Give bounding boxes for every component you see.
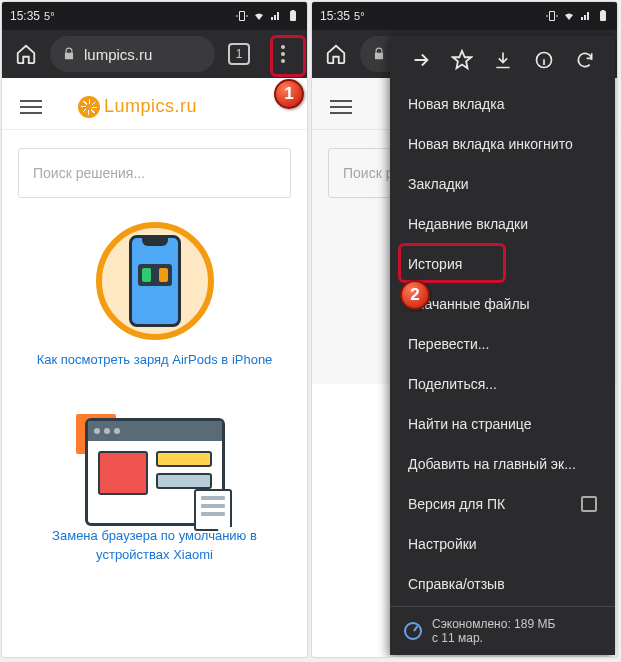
signal-icon — [580, 10, 592, 22]
home-icon — [325, 43, 347, 65]
menu-forward-button[interactable] — [405, 44, 437, 76]
signal-icon — [270, 10, 282, 22]
menu-bookmark-button[interactable] — [446, 44, 478, 76]
lock-icon — [372, 47, 386, 61]
data-saver-saved: Сэкономлено: 189 МБ — [432, 617, 555, 631]
phone-right: 15:35 5° lumpics Поиск решен — [312, 2, 617, 657]
article-card-1[interactable]: Как посмотреть заряд AirPods в iPhone — [2, 216, 307, 390]
orange-icon — [78, 96, 100, 118]
url-bar[interactable]: lumpics.ru — [50, 36, 215, 72]
site-logo[interactable]: Lumpics.ru — [78, 96, 197, 118]
lock-icon — [62, 47, 76, 61]
menu-item-incognito[interactable]: Новая вкладка инкогнито — [390, 124, 615, 164]
check-icon: ✓ — [218, 527, 236, 531]
article-2-title: Замена браузера по умолчанию в устройств… — [32, 526, 277, 565]
url-text: lumpics.ru — [84, 46, 152, 63]
site-logo-text: Lumpics.ru — [104, 96, 197, 117]
menu-item-help[interactable]: Справка/отзыв — [390, 564, 615, 604]
menu-item-add-home[interactable]: Добавить на главный эк... — [390, 444, 615, 484]
tabs-button[interactable]: 1 — [219, 34, 259, 74]
status-indicators — [236, 10, 299, 22]
article-2-illustration: MI ✓ — [80, 418, 230, 526]
home-button[interactable] — [316, 34, 356, 74]
menu-icon-row — [390, 36, 615, 84]
menu-info-button[interactable] — [528, 44, 560, 76]
menu-data-saver[interactable]: Сэкономлено: 189 МБ с 11 мар. — [390, 606, 615, 655]
svg-rect-2 — [600, 11, 606, 21]
menu-reload-button[interactable] — [569, 44, 601, 76]
site-menu-button[interactable] — [322, 92, 360, 122]
menu-item-bookmarks[interactable]: Закладки — [390, 164, 615, 204]
reload-icon — [575, 50, 595, 70]
svg-rect-3 — [602, 10, 605, 12]
browser-toolbar: lumpics.ru 1 — [2, 30, 307, 78]
data-saver-since: с 11 мар. — [432, 631, 555, 645]
status-time: 15:35 — [10, 9, 40, 23]
web-page: Lumpics.ru Поиск решения... Как посмотре… — [2, 78, 307, 585]
menu-item-downloads[interactable]: Скачанные файлы — [390, 284, 615, 324]
arrow-forward-icon — [410, 49, 432, 71]
menu-item-settings[interactable]: Настройки — [390, 524, 615, 564]
article-1-title: Как посмотреть заряд AirPods в iPhone — [32, 350, 277, 370]
menu-item-new-tab[interactable]: Новая вкладка — [390, 84, 615, 124]
wifi-icon — [563, 10, 575, 22]
menu-item-find[interactable]: Найти на странице — [390, 404, 615, 444]
site-menu-button[interactable] — [12, 92, 50, 122]
menu-download-button[interactable] — [487, 44, 519, 76]
wifi-icon — [253, 10, 265, 22]
status-indicators — [546, 10, 609, 22]
download-icon — [493, 50, 513, 70]
article-1-illustration — [96, 222, 214, 340]
gauge-icon — [404, 622, 422, 640]
site-header: Lumpics.ru — [2, 84, 307, 130]
home-button[interactable] — [6, 34, 46, 74]
menu-item-recent-tabs[interactable]: Недавние вкладки — [390, 204, 615, 244]
menu-item-history[interactable]: История — [390, 244, 615, 284]
menu-item-desktop[interactable]: Версия для ПК — [390, 484, 615, 524]
status-temp: 5° — [354, 10, 365, 22]
status-temp: 5° — [44, 10, 55, 22]
article-card-2[interactable]: MI ✓ Замена браузера по умолчанию в устр… — [2, 390, 307, 585]
battery-icon — [287, 10, 299, 22]
more-vert-icon — [281, 45, 285, 63]
info-icon — [534, 50, 554, 70]
menu-item-translate[interactable]: Перевести... — [390, 324, 615, 364]
search-input[interactable]: Поиск решения... — [18, 148, 291, 198]
phone-left: 15:35 5° lumpics.ru 1 — [2, 2, 307, 657]
search-placeholder: Поиск решения... — [33, 165, 145, 181]
svg-rect-1 — [292, 10, 295, 12]
checkbox-icon — [581, 496, 597, 512]
status-time: 15:35 — [320, 9, 350, 23]
svg-rect-0 — [290, 11, 296, 21]
statusbar: 15:35 5° — [2, 2, 307, 30]
battery-icon — [597, 10, 609, 22]
menu-item-desktop-label: Версия для ПК — [408, 496, 505, 512]
overflow-menu: Новая вкладка Новая вкладка инкогнито За… — [390, 36, 615, 655]
vibrate-icon — [236, 10, 248, 22]
menu-item-share[interactable]: Поделиться... — [390, 364, 615, 404]
vibrate-icon — [546, 10, 558, 22]
home-icon — [15, 43, 37, 65]
overflow-menu-button[interactable] — [263, 34, 303, 74]
tabs-count-box: 1 — [228, 43, 250, 65]
statusbar: 15:35 5° — [312, 2, 617, 30]
star-icon — [451, 49, 473, 71]
